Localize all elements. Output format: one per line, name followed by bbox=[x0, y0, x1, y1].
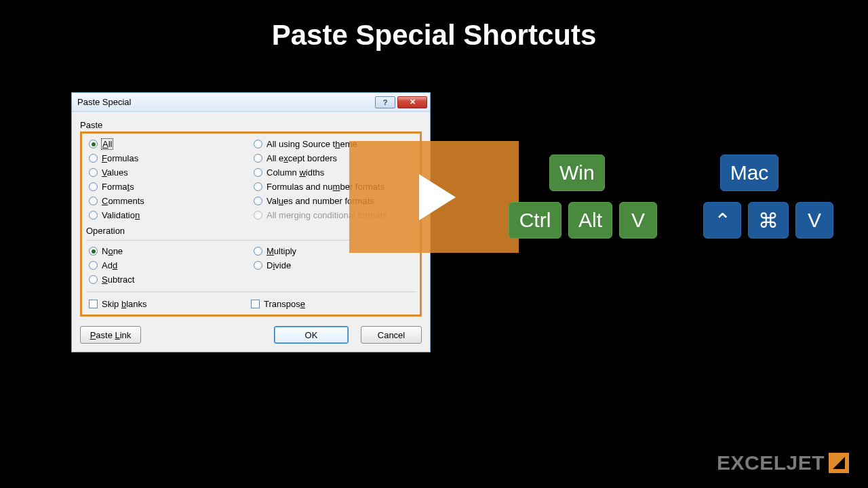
logo-text: EXCELJET bbox=[717, 451, 825, 474]
radio-option[interactable]: Comments bbox=[89, 196, 248, 206]
radio-option[interactable]: Validation bbox=[89, 210, 248, 220]
radio-option[interactable]: None bbox=[89, 246, 248, 256]
radio-option[interactable]: Formulas bbox=[89, 153, 248, 163]
radio-icon bbox=[254, 247, 262, 256]
radio-option[interactable]: All bbox=[89, 139, 248, 149]
radio-icon bbox=[254, 211, 262, 220]
dialog-title: Paste Special bbox=[77, 97, 132, 107]
page-title: Paste Special Shortcuts bbox=[0, 19, 868, 52]
paste-group-label: Paste bbox=[80, 120, 422, 130]
separator bbox=[86, 291, 416, 292]
radio-icon bbox=[254, 168, 262, 177]
radio-option[interactable]: Subtract bbox=[89, 274, 248, 285]
key-v: V bbox=[619, 202, 657, 239]
key-command-mac: ⌘ bbox=[748, 202, 789, 239]
logo-icon bbox=[829, 453, 849, 473]
shortcuts-panel: Win Mac Ctrl Alt V ⌃ ⌘ V bbox=[509, 155, 833, 239]
radio-option[interactable]: Add bbox=[89, 260, 248, 270]
radio-icon bbox=[254, 140, 262, 148]
key-v-mac: V bbox=[795, 202, 833, 239]
radio-icon bbox=[254, 261, 262, 270]
skip-blanks-checkbox[interactable]: Skip blanks bbox=[89, 299, 251, 309]
play-icon bbox=[419, 174, 456, 220]
cancel-button[interactable]: Cancel bbox=[361, 326, 422, 344]
checkbox-icon bbox=[89, 300, 98, 308]
radio-icon bbox=[89, 247, 98, 256]
radio-option[interactable]: Divide bbox=[254, 260, 413, 270]
paste-link-button[interactable]: Paste Link bbox=[80, 326, 141, 344]
radio-option[interactable]: Formats bbox=[89, 182, 248, 192]
checkbox-icon bbox=[251, 300, 260, 308]
radio-icon bbox=[254, 182, 262, 191]
exceljet-logo: EXCELJET bbox=[717, 451, 849, 474]
transpose-checkbox[interactable]: Transpose bbox=[251, 299, 413, 309]
help-button[interactable]: ? bbox=[375, 96, 395, 108]
titlebar[interactable]: Paste Special ? ✕ bbox=[72, 93, 430, 112]
mac-os-key: Mac bbox=[720, 155, 779, 191]
play-button[interactable] bbox=[349, 141, 519, 253]
radio-icon bbox=[89, 154, 98, 163]
key-control-mac: ⌃ bbox=[703, 202, 741, 239]
win-os-key: Win bbox=[549, 155, 605, 191]
radio-option[interactable]: Values bbox=[89, 167, 248, 178]
ok-button[interactable]: OK bbox=[274, 326, 349, 344]
radio-icon bbox=[254, 154, 262, 163]
radio-icon bbox=[89, 211, 98, 220]
key-ctrl: Ctrl bbox=[509, 202, 561, 239]
radio-icon bbox=[89, 140, 98, 148]
radio-icon bbox=[254, 197, 262, 205]
radio-icon bbox=[89, 197, 98, 205]
radio-icon bbox=[89, 261, 98, 270]
close-button[interactable]: ✕ bbox=[397, 96, 427, 108]
key-alt: Alt bbox=[568, 202, 612, 239]
radio-icon bbox=[89, 182, 98, 191]
radio-icon bbox=[89, 168, 98, 177]
radio-icon bbox=[89, 275, 98, 284]
